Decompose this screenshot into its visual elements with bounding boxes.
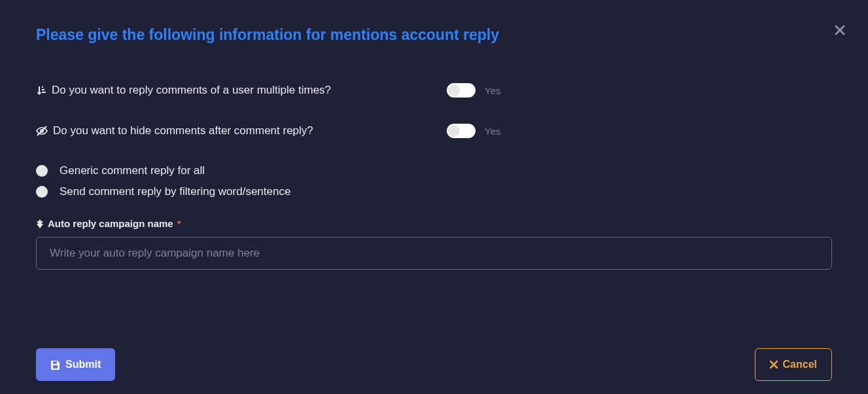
campaign-name-field: Auto reply campaign name * xyxy=(36,218,832,270)
question-hide-comments-label: Do you want to hide comments after comme… xyxy=(53,124,313,137)
submit-button-label: Submit xyxy=(65,359,101,370)
question-reply-multiple: Do you want to reply comments of a user … xyxy=(36,83,832,98)
cancel-button-label: Cancel xyxy=(783,359,817,370)
radio-generic-reply-label: Generic comment reply for all xyxy=(60,164,205,177)
campaign-name-label: Auto reply campaign name xyxy=(48,218,173,229)
page-title: Please give the following information fo… xyxy=(36,26,832,44)
question-reply-multiple-label: Do you want to reply comments of a user … xyxy=(52,84,331,97)
toggle-hide-comments[interactable] xyxy=(447,124,476,138)
question-hide-comments: Do you want to hide comments after comme… xyxy=(36,124,832,138)
close-icon-small xyxy=(770,361,778,368)
toggle-reply-multiple-label: Yes xyxy=(485,85,500,96)
reply-mode-group: Generic comment reply for all Send comme… xyxy=(36,164,832,198)
toggle-hide-comments-label: Yes xyxy=(485,126,500,137)
footer: Submit Cancel xyxy=(36,348,832,381)
submit-button[interactable]: Submit xyxy=(36,348,115,381)
required-mark: * xyxy=(177,218,181,229)
sort-icon xyxy=(36,85,46,96)
toggle-reply-multiple[interactable] xyxy=(447,83,476,98)
close-icon[interactable] xyxy=(835,25,845,35)
radio-generic-reply[interactable]: Generic comment reply for all xyxy=(36,164,832,177)
save-icon xyxy=(50,360,60,370)
cancel-button[interactable]: Cancel xyxy=(755,348,832,381)
campaign-name-input[interactable] xyxy=(36,237,832,270)
flag-icon xyxy=(36,219,44,228)
radio-filtered-reply-label: Send comment reply by filtering word/sen… xyxy=(60,185,290,198)
radio-filtered-reply[interactable]: Send comment reply by filtering word/sen… xyxy=(36,185,832,198)
eye-slash-icon xyxy=(36,126,48,136)
